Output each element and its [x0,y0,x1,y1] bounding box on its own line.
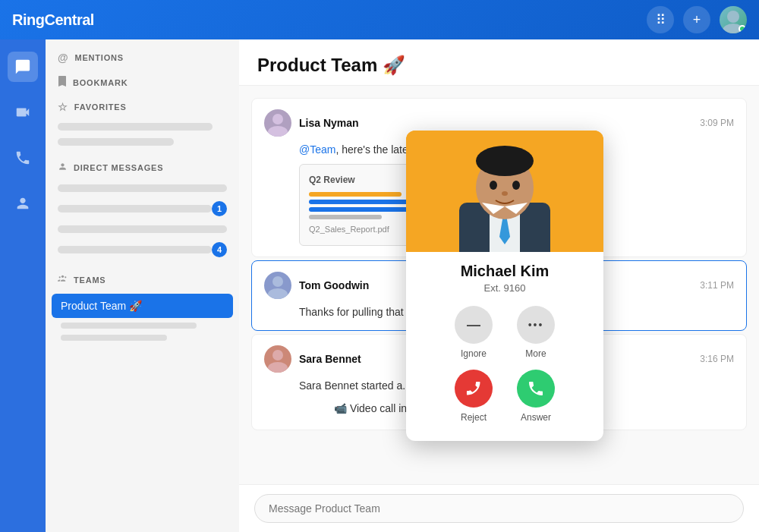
svg-point-17 [490,181,497,190]
ignore-button[interactable]: — [455,306,493,344]
call-actions-row-1: — Ignore ••• More [418,306,591,359]
svg-point-3 [61,275,64,278]
sidebar-dm-item-1[interactable] [46,180,239,197]
sidebar-bookmark-header[interactable]: BOOKMARK [46,70,239,95]
more-icon: ••• [528,319,544,331]
msg1-mention: @Team [299,143,335,156]
caller-photo [406,131,603,252]
more-button[interactable]: ••• [517,306,555,344]
ignore-action[interactable]: — Ignore [455,306,493,359]
msg3-avatar [264,345,291,373]
caller-info: Michael Kim Ext. 9160 — Ignore ••• M [406,252,603,441]
sidebar-team-placeholder-1 [61,323,197,329]
svg-point-18 [512,181,520,190]
svg-point-4 [65,276,66,278]
sidebar-dm-item-3[interactable] [46,221,239,238]
main-layout: @ MENTIONS BOOKMARK ☆ FAVORITES DIRECT M… [0,39,759,532]
pdf-bar-4 [309,215,382,219]
svg-point-9 [272,350,283,360]
msg1-time: 3:09 PM [700,118,734,128]
nav-messages-icon[interactable] [8,52,38,82]
call-actions-row-2: Reject Answer [418,370,591,423]
page-title: Product Team 🚀 [257,55,741,76]
favorites-icon: ☆ [58,101,68,113]
svg-point-16 [476,146,534,176]
dm-badge-4: 4 [212,242,227,257]
msg1-sender: Lisa Nyman [299,117,692,129]
msg2-time: 3:11 PM [700,280,734,291]
mentions-icon: @ [58,52,68,64]
sidebar-team-product[interactable]: Product Team 🚀 [52,294,233,318]
message-input-bar [239,484,759,532]
sidebar-dm-item-4[interactable]: 4 [46,238,239,262]
dm-placeholder-4 [58,246,212,253]
more-action[interactable]: ••• More [517,306,555,359]
grid-button[interactable]: ⠿ [647,6,674,33]
answer-label: Answer [521,412,551,423]
dm-placeholder-3 [58,225,227,233]
caller-name: Michael Kim [418,263,591,280]
svg-point-7 [272,276,283,287]
answer-button[interactable] [517,370,555,408]
nav-video-icon[interactable] [8,97,38,127]
app-logo: RingCentral [12,11,647,29]
message-input[interactable] [254,494,744,523]
reject-action[interactable]: Reject [455,370,493,423]
sidebar-mentions-header[interactable]: @ MENTIONS [46,46,239,70]
user-avatar[interactable] [720,6,747,33]
reject-icon [465,379,483,398]
topbar-actions: ⠿ + [647,6,747,33]
add-button[interactable]: + [683,6,710,33]
svg-point-5 [272,114,283,124]
answer-icon [527,379,545,398]
dm-placeholder-2 [58,205,212,212]
pdf-bar-3 [309,207,408,212]
answer-action[interactable]: Answer [517,370,555,423]
ignore-label: Ignore [461,348,487,359]
sidebar-teams-header: TEAMS [46,268,239,292]
dm-placeholder-1 [58,184,227,192]
dm-badge-1: 1 [212,201,227,216]
svg-point-10 [268,362,288,373]
reject-button[interactable] [455,370,493,408]
sidebar-team-placeholder-2 [61,335,167,341]
sidebar-placeholder-2 [58,138,174,146]
left-nav [0,39,46,532]
topbar: RingCentral ⠿ + [0,0,759,39]
sidebar-dm-header[interactable]: DIRECT MESSAGES [46,156,239,180]
ignore-icon: — [467,317,480,333]
svg-point-2 [59,276,61,278]
incoming-call-overlay: Michael Kim Ext. 9160 — Ignore ••• M [406,131,603,441]
sidebar-placeholder-1 [58,123,213,131]
nav-contacts-icon[interactable] [8,188,38,219]
caller-ext: Ext. 9160 [418,282,591,294]
online-status-dot [739,25,746,33]
sidebar: @ MENTIONS BOOKMARK ☆ FAVORITES DIRECT M… [46,39,239,532]
content-header: Product Team 🚀 [239,39,759,86]
nav-phone-icon[interactable] [8,143,38,173]
content-area: Product Team 🚀 Lisa Nyman 3:09 PM @Team,… [239,39,759,532]
msg1-avatar [264,109,291,137]
pdf-bar-1 [309,192,402,197]
dm-icon [58,162,68,174]
sidebar-dm-item-2[interactable]: 1 [46,197,239,221]
msg2-avatar [264,272,291,299]
bookmark-icon [58,76,67,89]
reject-label: Reject [461,412,487,423]
svg-point-8 [268,288,288,299]
team-product-label: Product Team 🚀 [61,300,142,312]
teams-icon [58,274,68,286]
svg-point-19 [502,191,508,196]
svg-point-0 [727,11,739,23]
msg3-time: 3:16 PM [700,354,734,364]
sidebar-favorites-header[interactable]: ☆ FAVORITES [46,95,239,119]
more-label: More [525,348,546,359]
svg-point-6 [268,126,288,137]
